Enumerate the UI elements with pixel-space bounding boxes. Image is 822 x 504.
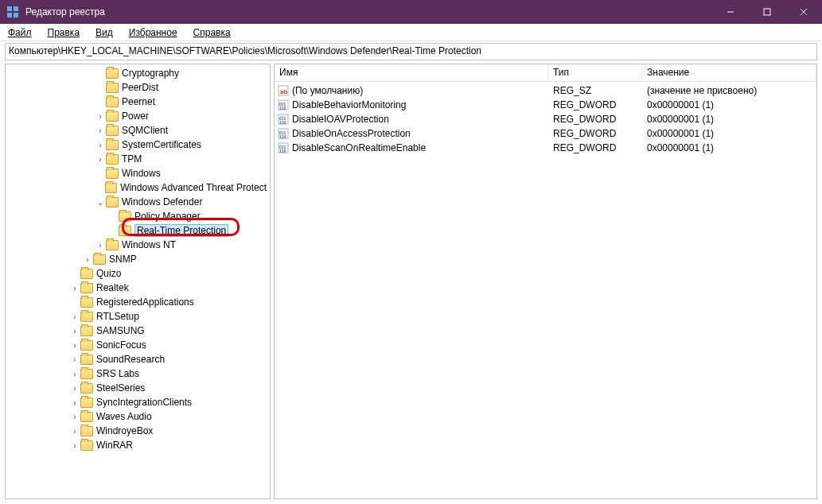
value-row[interactable]: 011110DisableIOAVProtectionREG_DWORD0x00…: [275, 112, 816, 126]
tree-item-label: Cryptography: [122, 68, 179, 79]
value-type: REG_DWORD: [548, 99, 642, 110]
value-name: DisableOnAccessProtection: [292, 128, 411, 139]
svg-rect-1: [14, 6, 18, 11]
chevron-right-icon[interactable]: ›: [69, 312, 80, 321]
chevron-right-icon[interactable]: ›: [95, 155, 106, 164]
folder-icon: [80, 355, 93, 365]
tree-item[interactable]: ›SQMClient: [6, 123, 270, 138]
tree-item[interactable]: ›SNMP: [6, 252, 270, 266]
menu-edit[interactable]: Правка: [43, 25, 85, 40]
string-value-icon: ab: [278, 85, 289, 96]
tree-item[interactable]: ›SRS Labs: [6, 366, 270, 381]
tree-item[interactable]: ›SAMSUNG: [6, 324, 270, 338]
svg-text:110: 110: [279, 106, 286, 110]
dword-value-icon: 011110: [278, 128, 289, 139]
chevron-right-icon[interactable]: ›: [69, 355, 80, 364]
tree-item[interactable]: RegisteredApplications: [6, 295, 270, 309]
svg-text:110: 110: [279, 149, 286, 153]
menu-view[interactable]: Вид: [91, 25, 118, 40]
address-bar[interactable]: Компьютер\HKEY_LOCAL_MACHINE\SOFTWARE\Po…: [5, 43, 817, 60]
tree-item[interactable]: ›TPM: [6, 152, 270, 166]
tree-item-label: Real-Time Protection: [134, 224, 228, 237]
chevron-right-icon[interactable]: ›: [69, 284, 80, 293]
value-name-cell: 011110DisableScanOnRealtimeEnable: [275, 142, 548, 153]
svg-rect-2: [7, 13, 12, 17]
tree-item[interactable]: Windows: [6, 166, 270, 180]
value-data: 0x00000001 (1): [642, 114, 816, 125]
tree-item[interactable]: ›SonicFocus: [6, 338, 270, 352]
menu-file[interactable]: Файл: [3, 25, 37, 40]
value-row[interactable]: 011110DisableOnAccessProtectionREG_DWORD…: [275, 126, 816, 141]
chevron-right-icon[interactable]: ›: [95, 126, 106, 135]
registry-tree[interactable]: CryptographyPeerDistPeernet›Power›SQMCli…: [5, 64, 271, 499]
tree-item-label: Realtek: [96, 282, 129, 293]
folder-icon: [80, 297, 93, 308]
chevron-right-icon[interactable]: ›: [95, 241, 106, 250]
tree-item[interactable]: Windows Advanced Threat Protect: [6, 180, 270, 195]
tree-item[interactable]: Policy Manager: [6, 209, 270, 223]
svg-text:110: 110: [279, 120, 286, 125]
tree-item[interactable]: ›SoundResearch: [6, 352, 270, 366]
folder-icon: [106, 140, 119, 150]
folder-icon: [105, 183, 117, 193]
maximize-button[interactable]: [749, 0, 785, 24]
folder-icon: [80, 269, 93, 279]
chevron-right-icon[interactable]: ›: [69, 341, 80, 350]
chevron-right-icon[interactable]: ›: [69, 413, 80, 421]
folder-icon: [80, 369, 93, 379]
chevron-right-icon[interactable]: ›: [95, 112, 106, 121]
tree-item[interactable]: Peernet: [6, 95, 270, 109]
value-row[interactable]: ab(По умолчанию)REG_SZ(значение не присв…: [275, 83, 816, 98]
tree-item[interactable]: ›Realtek: [6, 281, 270, 295]
value-row[interactable]: 011110DisableScanOnRealtimeEnableREG_DWO…: [275, 141, 816, 155]
tree-item[interactable]: PeerDist: [6, 80, 270, 95]
tree-item[interactable]: ›Waves Audio: [6, 409, 270, 424]
tree-item-label: WinRAR: [96, 440, 133, 451]
tree-item[interactable]: Real-Time Protection: [6, 223, 270, 238]
folder-icon: [80, 383, 93, 394]
chevron-right-icon[interactable]: ›: [82, 255, 93, 264]
chevron-down-icon[interactable]: ⌄: [95, 198, 106, 207]
tree-item[interactable]: Cryptography: [6, 66, 270, 80]
close-button[interactable]: [785, 0, 822, 24]
tree-item-label: RegisteredApplications: [96, 297, 194, 308]
chevron-right-icon[interactable]: ›: [95, 141, 106, 149]
tree-item[interactable]: Quizo: [6, 266, 270, 281]
tree-item[interactable]: ›Windows NT: [6, 238, 270, 252]
folder-icon: [106, 68, 119, 79]
value-data: 0x00000001 (1): [642, 99, 816, 110]
tree-item-label: Windows: [122, 168, 161, 179]
folder-icon: [80, 426, 93, 436]
value-row[interactable]: 011110DisableBehaviorMonitoringREG_DWORD…: [275, 98, 816, 112]
value-list[interactable]: Имя Тип Значение ab(По умолчанию)REG_SZ(…: [274, 64, 817, 499]
title-bar[interactable]: Редактор реестра: [0, 0, 822, 24]
value-name: DisableIOAVProtection: [292, 114, 389, 125]
chevron-right-icon[interactable]: ›: [69, 384, 80, 393]
tree-item[interactable]: ›SystemCertificates: [6, 138, 270, 152]
column-value[interactable]: Значение: [642, 64, 816, 81]
column-type[interactable]: Тип: [548, 64, 642, 81]
chevron-right-icon[interactable]: ›: [69, 398, 80, 407]
tree-item[interactable]: ›RTLSetup: [6, 309, 270, 324]
tree-item[interactable]: ›SteelSeries: [6, 381, 270, 395]
tree-item[interactable]: ›WinRAR: [6, 438, 270, 452]
minimize-button[interactable]: [712, 0, 749, 24]
tree-item-label: SyncIntegrationClients: [96, 397, 192, 408]
folder-icon: [80, 397, 93, 408]
tree-item[interactable]: ›SyncIntegrationClients: [6, 395, 270, 409]
menu-help[interactable]: Справка: [189, 25, 236, 40]
window-controls: [712, 0, 822, 24]
chevron-right-icon[interactable]: ›: [69, 327, 80, 335]
tree-item[interactable]: ›WindroyeBox: [6, 424, 270, 438]
chevron-right-icon[interactable]: ›: [69, 427, 80, 436]
tree-item[interactable]: ⌄Windows Defender: [6, 195, 270, 209]
column-name[interactable]: Имя: [275, 64, 548, 81]
menu-favorites[interactable]: Избранное: [124, 25, 182, 40]
folder-icon: [80, 412, 93, 422]
chevron-right-icon[interactable]: ›: [69, 370, 80, 378]
folder-icon: [106, 97, 119, 107]
tree-item-label: SQMClient: [122, 125, 168, 136]
svg-text:110: 110: [279, 134, 286, 139]
tree-item[interactable]: ›Power: [6, 109, 270, 123]
chevron-right-icon[interactable]: ›: [69, 441, 80, 450]
